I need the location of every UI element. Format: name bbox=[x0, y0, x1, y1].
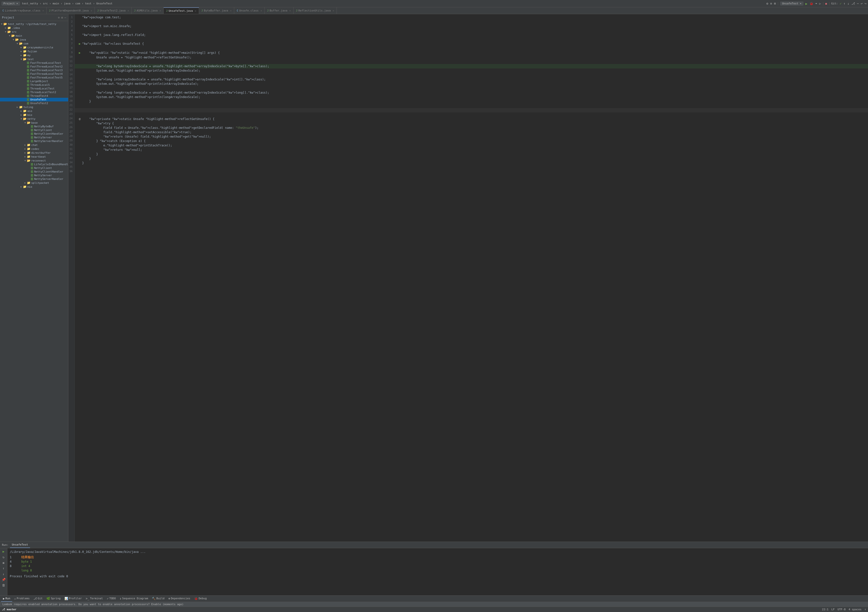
run-tab-unsafetest[interactable]: UnsafeTest bbox=[10, 542, 30, 548]
sidebar-item-reconnect[interactable]: ▼📂reconnect bbox=[0, 158, 68, 163]
tree-arrow-java[interactable]: ▼ bbox=[12, 38, 15, 41]
tree-arrow-base[interactable]: ▼ bbox=[23, 121, 27, 124]
sidebar-item-chat[interactable]: ▶📁chat bbox=[0, 143, 68, 147]
status-line-col[interactable]: 22:1 bbox=[822, 608, 829, 611]
bottom-tab-git[interactable]: ⎇Git bbox=[31, 596, 45, 602]
run-pin-icon[interactable]: 📌 bbox=[1, 577, 6, 582]
sidebar-item-NettyServer[interactable]: CNettyServer bbox=[0, 136, 68, 139]
tree-arrow-crazymakercircle[interactable]: ▶ bbox=[20, 46, 23, 49]
tab-close[interactable]: ✕ bbox=[160, 9, 161, 12]
run-with-coverage[interactable]: ▷ bbox=[819, 2, 821, 5]
sidebar-item-ThreadLocalTest2[interactable]: CThreadLocalTest2 bbox=[0, 90, 68, 94]
tree-arrow-nio[interactable]: ▶ bbox=[20, 185, 23, 188]
sidebar-item-root[interactable]: ▼📂test_netty ~/github/test_netty bbox=[0, 22, 68, 26]
run-arrow-up[interactable]: ↑ bbox=[2, 566, 5, 571]
bottom-tab-todo[interactable]: ✓TODO bbox=[105, 596, 118, 602]
bottom-tab-dependencies[interactable]: ⊕Dependencies bbox=[166, 596, 192, 602]
status-encoding[interactable]: UTF-8 bbox=[837, 608, 846, 611]
tree-arrow-codec[interactable]: ▶ bbox=[23, 148, 27, 150]
git-more[interactable]: ⋯ bbox=[857, 2, 859, 5]
bottom-tab-spring[interactable]: 🌿Spring bbox=[45, 596, 62, 602]
bottom-tab-profiler[interactable]: 📊Profiler bbox=[62, 596, 84, 602]
sidebar-item-my[interactable]: ▶📁my bbox=[0, 53, 68, 57]
tab-UnsafeTest[interactable]: J UnsafeTest.java ✕ bbox=[164, 7, 199, 14]
tree-arrow-root[interactable]: ▼ bbox=[0, 23, 3, 25]
sidebar-item-main[interactable]: ▼📂main bbox=[0, 34, 68, 38]
sidebar-item-splitpacket[interactable]: ▶📁splitpacket bbox=[0, 181, 68, 185]
status-lf[interactable]: LF bbox=[831, 608, 834, 611]
sidebar-item-NettyClientHandler2[interactable]: CNettyClientHandler bbox=[0, 170, 68, 174]
sidebar-item-NettyByteBuf[interactable]: CNettyByteBuf bbox=[0, 125, 68, 128]
stop-button[interactable]: ◼ bbox=[825, 2, 827, 5]
tab-UnsafeTest2[interactable]: J UnsafeTest2.java ✕ bbox=[95, 7, 132, 14]
bottom-tab-run[interactable]: ▶Run bbox=[1, 596, 12, 602]
status-git-icon[interactable]: ↑ bbox=[864, 608, 866, 611]
tab-close[interactable]: ✕ bbox=[230, 9, 231, 12]
tree-arrow-main[interactable]: ▼ bbox=[8, 34, 11, 37]
run-rerun-icon[interactable]: ↻ bbox=[2, 555, 5, 559]
gutter-7[interactable]: ▶ bbox=[77, 42, 82, 46]
run-gutter-icon[interactable]: ▶ bbox=[79, 42, 81, 45]
sidebar-item-ThreadLocal5[interactable]: CThreadLocal5 bbox=[0, 83, 68, 87]
sidebar-item-tuling[interactable]: ▶📁tuling bbox=[0, 105, 68, 109]
tree-arrow-test[interactable]: ▼ bbox=[20, 58, 23, 61]
tree-arrow-chat[interactable]: ▶ bbox=[23, 144, 27, 146]
tree-arrow-reconnect[interactable]: ▼ bbox=[23, 159, 27, 162]
bottom-tab-debug[interactable]: 🐞Debug bbox=[192, 596, 209, 602]
tree-arrow-my[interactable]: ▶ bbox=[20, 54, 23, 56]
status-indent[interactable]: 4 spaces bbox=[848, 608, 862, 611]
project-dropdown[interactable]: Project ▾ bbox=[2, 2, 20, 6]
sidebar-tree[interactable]: ▼📂test_netty ~/github/test_netty▶📁.idea▼… bbox=[0, 21, 68, 542]
tree-arrow-tuling[interactable]: ▶ bbox=[16, 106, 19, 108]
sidebar-item-NettyServer2[interactable]: CNettyServer bbox=[0, 174, 68, 177]
sidebar-collapse-icon[interactable]: – bbox=[65, 16, 66, 19]
run-gutter-icon[interactable]: ▶ bbox=[79, 51, 81, 54]
tree-arrow-heartbeat[interactable]: ▶ bbox=[23, 155, 27, 158]
sidebar-item-test[interactable]: ▼📂test bbox=[0, 57, 68, 61]
tab-close[interactable]: ✕ bbox=[127, 9, 129, 12]
run-button[interactable]: ▶ bbox=[806, 2, 808, 6]
sidebar-scope-icon[interactable]: ⊙ bbox=[58, 16, 60, 19]
bottom-tab-sequence-diagram[interactable]: ↕Sequence Diagram bbox=[118, 596, 150, 602]
tree-arrow-com[interactable]: ▼ bbox=[16, 42, 19, 45]
gutter-24[interactable]: @ bbox=[77, 117, 82, 121]
undo-icon[interactable]: ↩ bbox=[861, 2, 863, 5]
sidebar-item-ThreadLocalTest[interactable]: CThreadLocalTest bbox=[0, 87, 68, 90]
sidebar-gear-icon[interactable]: ⚙ bbox=[61, 16, 63, 19]
sidebar-item-src[interactable]: ▼📂src bbox=[0, 30, 68, 34]
sidebar-item-FastThreadLocalTest2[interactable]: CFastThreadLocalTest2 bbox=[0, 65, 68, 68]
tree-arrow-aio[interactable]: ▶ bbox=[20, 110, 23, 112]
run-arrow-down[interactable]: ↓ bbox=[2, 572, 5, 576]
sidebar-item-com[interactable]: ▼📂com bbox=[0, 42, 68, 45]
tab-Unsafe[interactable]: C Unsafe.class ✕ bbox=[234, 7, 265, 14]
tab-close-active[interactable]: ✕ bbox=[195, 9, 196, 12]
tab-close[interactable]: ✕ bbox=[42, 9, 44, 12]
layout-icon[interactable]: ≡ bbox=[770, 2, 772, 5]
sidebar-item-crazymakercircle[interactable]: ▶📁crazymakercircle bbox=[0, 45, 68, 50]
tree-arrow-netty[interactable]: ▼ bbox=[20, 118, 23, 120]
redo-icon[interactable]: ↪ bbox=[865, 2, 866, 5]
sidebar-item-aio[interactable]: ▶📁aio bbox=[0, 109, 68, 113]
sidebar-item-LifeCycleInBoundHandler[interactable]: CLifeCycleInBoundHandler bbox=[0, 163, 68, 166]
sidebar-item-base[interactable]: ▼📂base bbox=[0, 121, 68, 125]
tree-arrow-fujian[interactable]: ▶ bbox=[20, 50, 23, 53]
sidebar-item-FastThreadLocalTest[interactable]: CFastThreadLocalTest bbox=[0, 61, 68, 65]
sidebar-item-FastThreadLocalTest5[interactable]: CFastThreadLocalTest5 bbox=[0, 76, 68, 79]
sidebar-item-LargeObject[interactable]: CLargeObject bbox=[0, 79, 68, 83]
tree-arrow-splitpacket[interactable]: ▶ bbox=[23, 182, 27, 184]
sidebar-item-FastThreadLocalTest4[interactable]: CFastThreadLocalTest4 bbox=[0, 72, 68, 76]
tab-LinkedArrayQueue[interactable]: C LinkedArrayQueue.class ✕ bbox=[0, 7, 46, 14]
git-icon4[interactable]: ⎇ bbox=[851, 2, 855, 5]
sidebar-item-NettyClient2[interactable]: CNettyClient bbox=[0, 166, 68, 170]
sidebar-item-heartbeat[interactable]: ▶📁heartbeat bbox=[0, 155, 68, 158]
sidebar-item-NettyServerHandler2[interactable]: CNettyServerHandler bbox=[0, 177, 68, 181]
sidebar-item-NettyServerHandler[interactable]: CNettyServerHandler bbox=[0, 139, 68, 143]
sidebar-item-UnsafeTest[interactable]: CUnsafeTest bbox=[0, 98, 68, 101]
tab-ByteBuffer[interactable]: J ByteBuffer.java ✕ bbox=[199, 7, 234, 14]
sidebar-item-netty[interactable]: ▼📂netty bbox=[0, 117, 68, 121]
status-git-branch[interactable]: ⎇ master bbox=[2, 608, 16, 611]
tree-arrow-directbuffer[interactable]: ▶ bbox=[23, 152, 27, 154]
gutter-9[interactable]: ▶ bbox=[77, 51, 82, 55]
tab-Buffer[interactable]: J Buffer.java ✕ bbox=[265, 7, 294, 14]
sidebar-item-nio[interactable]: ▶📁nio bbox=[0, 185, 68, 189]
